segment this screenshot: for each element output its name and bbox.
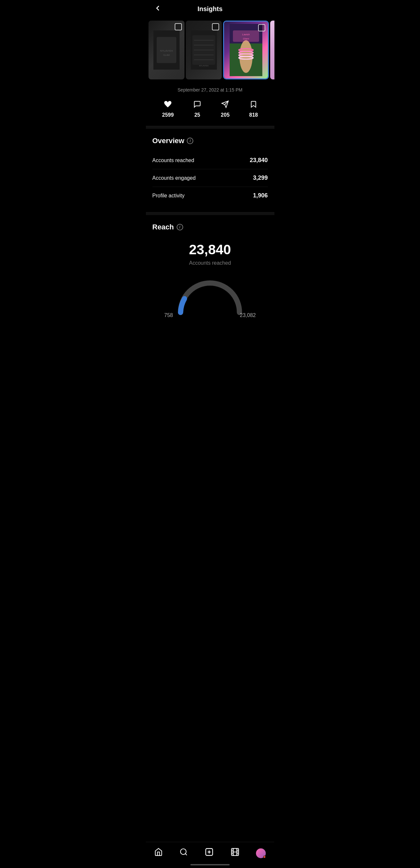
shares-count: 205 [221,112,230,118]
profile-avatar [256,848,266,858]
select-checkbox[interactable] [212,23,219,30]
save-icon [250,100,257,110]
saves-count: 818 [249,112,258,118]
heart-icon [164,100,172,110]
accounts-engaged-value: 3,299 [253,175,268,181]
shares-stat: 205 [221,100,230,118]
header: Insights [146,0,275,18]
gauge-right-value: 23,082 [240,312,256,318]
back-button[interactable] [152,3,163,16]
overview-title: Overview [152,136,185,145]
notification-dot [263,856,266,858]
search-icon [179,848,188,859]
accounts-engaged-row[interactable]: Accounts engaged 3,299 [152,169,268,187]
reach-section: Reach i 23,840 Accounts reached 758 23,0… [146,215,275,333]
post-stats: 2599 25 205 [146,95,275,126]
create-icon [205,847,214,859]
svg-line-40 [186,854,187,855]
section-divider [146,126,275,129]
reach-title: Reach [152,223,174,231]
comments-stat: 25 [193,100,201,118]
nav-reels[interactable] [227,846,243,860]
home-icon [154,848,163,859]
svg-text:NYLAVISH: NYLAVISH [199,65,208,67]
accounts-reached-label: Accounts reached [152,157,194,163]
likes-stat: 2599 [162,100,174,118]
svg-text:Glam: Glam [243,37,249,40]
svg-point-39 [180,849,186,854]
comment-icon [193,100,201,110]
svg-text:NYLAVISH: NYLAVISH [160,49,173,52]
nav-create[interactable] [201,846,218,860]
gauge-numbers: 758 23,082 [164,312,256,318]
svg-text:GLAM: GLAM [163,54,170,56]
saves-stat: 818 [249,100,258,118]
gauge-svg [174,277,246,316]
likes-count: 2599 [162,112,174,118]
accounts-engaged-label: Accounts engaged [152,175,196,181]
reach-sublabel: Accounts reached [152,260,268,266]
overview-header: Overview i [152,136,268,145]
post-timestamp: September 27, 2022 at 1:15 PM [146,82,275,95]
carousel-item[interactable]: NYLAVISH [186,21,222,80]
carousel-item[interactable]: NYLAVISH GLAM [148,21,185,80]
gauge-left-value: 758 [164,312,173,318]
reach-info-icon[interactable]: i [177,224,183,230]
overview-section: Overview i Accounts reached 23,840 Accou… [146,129,275,212]
profile-activity-row[interactable]: Profile activity 1,906 [152,187,268,204]
reach-header: Reach i [152,223,268,231]
image-carousel[interactable]: NYLAVISH GLAM NYLAVISH [146,18,275,82]
carousel-item-active[interactable]: Lavish Glam [223,21,269,80]
nav-home[interactable] [150,846,167,860]
overview-info-icon[interactable]: i [187,137,193,144]
reels-icon [231,848,239,859]
share-icon [221,100,229,110]
home-indicator [190,864,230,865]
profile-activity-label: Profile activity [152,193,185,199]
select-checkbox[interactable] [258,24,265,31]
carousel-item[interactable]: LAVISH GLAM [270,21,275,80]
select-checkbox[interactable] [175,23,182,30]
nav-search[interactable] [176,846,192,860]
page-title: Insights [152,5,268,13]
reach-number: 23,840 [152,242,268,257]
comments-count: 25 [194,112,200,118]
section-divider-2 [146,212,275,215]
accounts-reached-row[interactable]: Accounts reached 23,840 [152,152,268,169]
profile-activity-value: 1,906 [253,192,268,199]
svg-text:Lavish: Lavish [242,33,250,36]
nav-profile[interactable] [252,847,270,860]
accounts-reached-value: 23,840 [250,157,268,164]
gauge-chart: 758 23,082 [152,277,268,325]
